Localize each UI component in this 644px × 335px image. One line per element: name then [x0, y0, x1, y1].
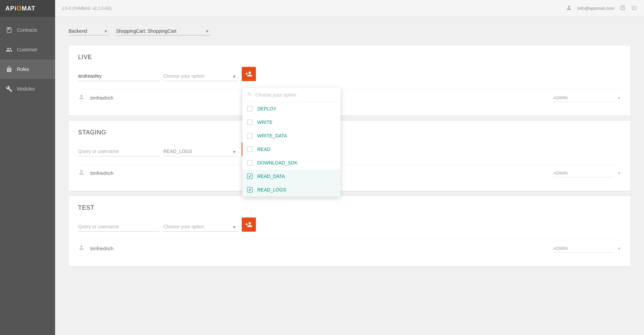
staging-query-input[interactable] — [78, 147, 159, 156]
sidebar-item-modules[interactable]: Modules — [0, 79, 55, 99]
read-data-label: READ_DATA — [257, 174, 285, 179]
sidebar-nav: Contracts Customer Roles Modules — [0, 20, 55, 99]
book-icon — [5, 26, 13, 34]
power-icon[interactable] — [631, 5, 637, 12]
read-data-checkmark: ✓ — [248, 174, 252, 179]
content-area: Backend ▼ ShoppingCart: ShoppingCart ▼ L… — [55, 17, 644, 335]
read-data-checkbox[interactable]: ✓ — [247, 174, 253, 179]
deploy-label: DEPLOY — [257, 106, 277, 111]
live-query-input[interactable] — [78, 72, 159, 81]
live-user-role-select[interactable]: ADMIN — [553, 94, 614, 102]
live-user-role-arrow: ▼ — [617, 96, 621, 100]
topbar: 2.0-0 (YAMBAS: v2.1.0-EE) info@apiomat.c… — [55, 0, 644, 17]
backend-select-wrapper: Backend ▼ — [69, 27, 109, 35]
logo: APiOMAT — [0, 0, 55, 17]
test-user-role-select[interactable]: ADMIN — [553, 244, 614, 253]
sidebar-item-customer[interactable]: Customer — [0, 40, 55, 59]
dropdown-item-write[interactable]: WRITE — [242, 115, 340, 129]
staging-user-role-select[interactable]: ADMIN — [553, 169, 614, 177]
write-data-checkbox[interactable] — [247, 133, 253, 138]
test-add-button[interactable] — [242, 217, 256, 232]
test-title: TEST — [78, 204, 621, 211]
dropdown-item-deploy[interactable]: DEPLOY — [242, 102, 340, 115]
read-label: READ — [257, 147, 270, 152]
dropdown-item-download-sdk[interactable]: DOWNLOAD_SDK — [242, 156, 340, 170]
staging-add-row: Choose your option DEPLOY WRITE WRITE_DA… — [78, 142, 621, 156]
version-text: 2.0-0 (YAMBAS: v2.1.0-EE) — [62, 6, 112, 11]
topbar-email: info@apiomat.com — [577, 6, 614, 11]
dropdown-search-row: Choose your option — [242, 88, 340, 102]
write-data-label: WRITE_DATA — [257, 133, 287, 138]
live-add-row: Choose your option DEPLOY WRITE WRITE_DA… — [78, 67, 621, 81]
staging-option-select[interactable]: Choose your option DEPLOY WRITE WRITE_DA… — [163, 147, 238, 156]
live-option-wrapper: Choose your option DEPLOY WRITE WRITE_DA… — [163, 72, 238, 81]
dropdown-item-read[interactable]: READ — [242, 143, 340, 156]
topbar-right: info@apiomat.com — [566, 5, 637, 12]
staging-user-icon — [78, 169, 85, 177]
live-user-role-wrapper: ADMIN ▼ — [553, 94, 621, 102]
toolbar-row: Backend ▼ ShoppingCart: ShoppingCart ▼ — [69, 27, 630, 35]
backend-select[interactable]: Backend — [69, 27, 109, 35]
staging-option-wrapper: Choose your option DEPLOY WRITE WRITE_DA… — [163, 147, 238, 156]
test-option-wrapper: Choose your option DEPLOY WRITE WRITE_DA… — [163, 223, 238, 232]
sidebar-item-customer-label: Customer — [17, 47, 38, 52]
sidebar: APiOMAT Contracts Customer Roles Modul — [0, 0, 55, 335]
staging-title: STAGING — [78, 129, 621, 136]
main-area: 2.0-0 (YAMBAS: v2.1.0-EE) info@apiomat.c… — [55, 0, 644, 335]
read-logs-label: READ_LOGS — [257, 187, 286, 192]
test-user-row: timfriedrich ADMIN ▼ — [78, 240, 621, 257]
staging-section: STAGING Choose your option DEPLOY WRITE … — [69, 121, 630, 191]
test-user-role-arrow: ▼ — [617, 247, 621, 251]
read-logs-checkmark: ✓ — [248, 187, 252, 192]
live-option-select[interactable]: Choose your option DEPLOY WRITE WRITE_DA… — [163, 72, 238, 81]
live-user-icon — [78, 94, 85, 102]
test-add-row: Choose your option DEPLOY WRITE WRITE_DA… — [78, 217, 621, 232]
dropdown-search-icon — [247, 92, 252, 98]
read-checkbox[interactable] — [247, 147, 253, 152]
dropdown-item-read-data[interactable]: ✓ READ_DATA — [242, 170, 340, 183]
live-add-button[interactable] — [242, 67, 256, 81]
sidebar-item-modules-label: Modules — [17, 86, 35, 92]
staging-user-role-wrapper: ADMIN ▼ — [553, 169, 621, 177]
wrench-icon — [5, 85, 13, 93]
download-sdk-label: DOWNLOAD_SDK — [257, 160, 297, 165]
test-option-select[interactable]: Choose your option DEPLOY WRITE WRITE_DA… — [163, 223, 238, 232]
help-icon[interactable] — [620, 5, 626, 12]
sidebar-item-roles[interactable]: Roles — [0, 59, 55, 79]
download-sdk-checkbox[interactable] — [247, 160, 253, 165]
staging-user-role-arrow: ▼ — [617, 171, 621, 175]
sidebar-item-contracts[interactable]: Contracts — [0, 20, 55, 40]
test-section: TEST Choose your option DEPLOY WRITE WRI… — [69, 196, 630, 266]
live-section: LIVE Choose your option DEPLOY WRITE WRI… — [69, 46, 630, 115]
sidebar-item-contracts-label: Contracts — [17, 27, 37, 33]
staging-user-row: timfriedrich ADMIN ▼ — [78, 164, 621, 181]
test-user-icon — [78, 244, 85, 253]
dropdown-item-write-data[interactable]: WRITE_DATA — [242, 129, 340, 143]
write-label: WRITE — [257, 120, 272, 125]
module-select[interactable]: ShoppingCart: ShoppingCart — [116, 27, 211, 35]
staging-dropdown: Choose your option DEPLOY WRITE WRITE_DA… — [242, 88, 340, 197]
write-checkbox[interactable] — [247, 120, 253, 125]
module-select-wrapper: ShoppingCart: ShoppingCart ▼ — [116, 27, 211, 35]
live-title: LIVE — [78, 54, 621, 61]
lock-icon — [5, 66, 13, 73]
sidebar-item-roles-label: Roles — [17, 67, 29, 72]
dropdown-search-text: Choose your option — [255, 92, 296, 98]
user-icon — [566, 5, 572, 12]
dropdown-item-read-logs[interactable]: ✓ READ_LOGS — [242, 183, 340, 197]
test-user-name: timfriedrich — [90, 246, 548, 251]
deploy-checkbox[interactable] — [247, 106, 253, 111]
people-icon — [5, 46, 13, 53]
logo-text: APiOMAT — [5, 5, 35, 12]
live-user-row: timfriedrich ADMIN ▼ — [78, 89, 621, 106]
test-user-role-wrapper: ADMIN ▼ — [553, 244, 621, 253]
test-query-input[interactable] — [78, 223, 159, 232]
read-logs-checkbox[interactable]: ✓ — [247, 187, 253, 192]
